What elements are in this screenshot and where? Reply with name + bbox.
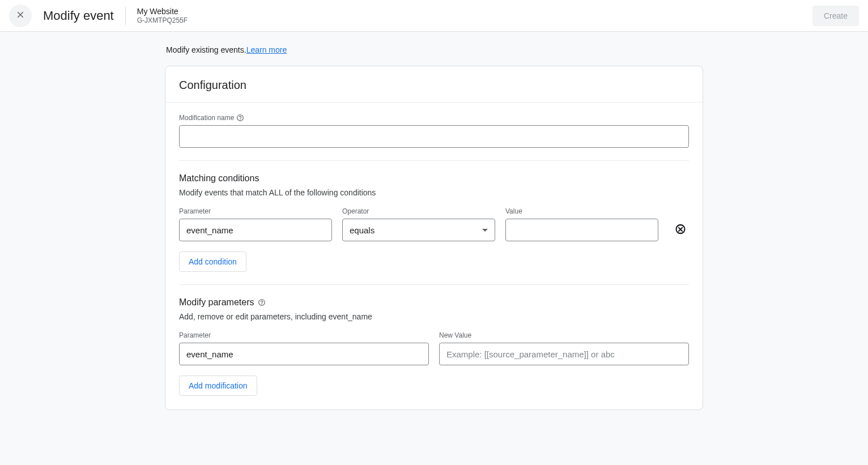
site-name: My Website — [137, 6, 188, 16]
learn-more-link[interactable]: Learn more — [246, 45, 287, 54]
intro-prefix: Modify existing events. — [166, 45, 246, 54]
card-title: Configuration — [165, 66, 703, 103]
intro-text: Modify existing events.Learn more — [165, 45, 703, 54]
help-icon[interactable] — [236, 114, 244, 122]
divider — [179, 160, 689, 161]
remove-icon — [675, 224, 686, 237]
configuration-card: Configuration Modification name Matching… — [165, 66, 703, 410]
help-icon[interactable] — [258, 298, 266, 306]
header-context: My Website G-JXMTPQ255F — [137, 6, 188, 25]
stream-id: G-JXMTPQ255F — [137, 16, 188, 25]
mod-name-label: Modification name — [179, 114, 689, 122]
close-button[interactable] — [9, 5, 32, 27]
modification-parameter-input[interactable] — [179, 343, 429, 365]
operator-label: Operator — [342, 207, 495, 215]
close-icon — [15, 10, 25, 22]
mod-newval-label: New Value — [439, 331, 689, 339]
canvas: Modify existing events.Learn more Config… — [0, 32, 868, 465]
condition-value-input[interactable] — [505, 219, 658, 241]
mod-param-label: Parameter — [179, 331, 429, 339]
modification-name-input[interactable] — [179, 125, 689, 148]
value-label: Value — [505, 207, 658, 215]
condition-operator-select[interactable]: equals — [342, 219, 495, 241]
modify-parameters-title: Modify parameters — [179, 297, 689, 308]
remove-condition-button[interactable] — [674, 224, 687, 236]
modification-newvalue-input[interactable] — [439, 343, 689, 365]
param-label: Parameter — [179, 207, 332, 215]
add-condition-button[interactable]: Add condition — [179, 251, 246, 272]
create-button[interactable]: Create — [812, 6, 859, 26]
page-title: Modify event — [43, 8, 125, 23]
matching-conditions-sub: Modify events that match ALL of the foll… — [179, 188, 689, 197]
divider — [179, 284, 689, 285]
condition-parameter-input[interactable] — [179, 219, 332, 241]
operator-value: equals — [350, 225, 375, 235]
matching-conditions-title: Matching conditions — [179, 173, 689, 184]
add-modification-button[interactable]: Add modification — [179, 376, 257, 396]
modification-row: Parameter New Value — [179, 331, 689, 365]
condition-row: Parameter Operator equals Value — [179, 207, 689, 241]
modify-parameters-sub: Add, remove or edit parameters, includin… — [179, 312, 689, 321]
header-bar: Modify event My Website G-JXMTPQ255F Cre… — [0, 0, 868, 32]
header-divider — [125, 7, 126, 25]
chevron-down-icon — [482, 225, 488, 235]
